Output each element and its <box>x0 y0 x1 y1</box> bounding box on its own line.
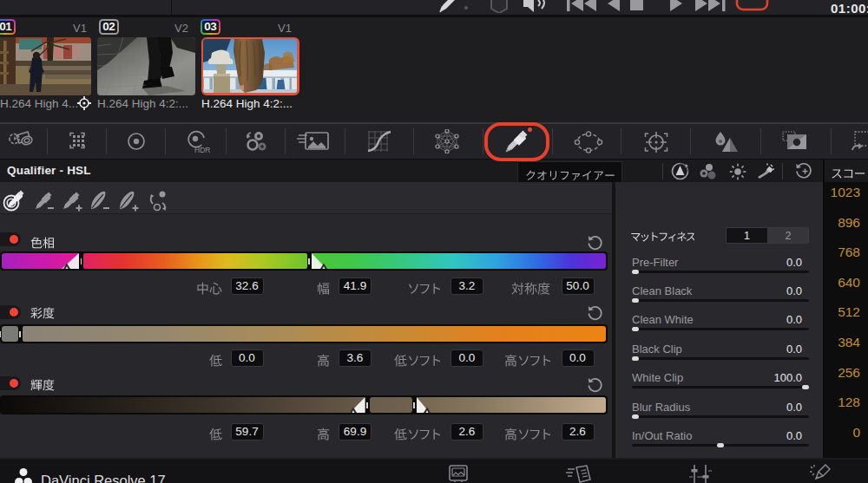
svg-text:HDR: HDR <box>194 146 210 154</box>
